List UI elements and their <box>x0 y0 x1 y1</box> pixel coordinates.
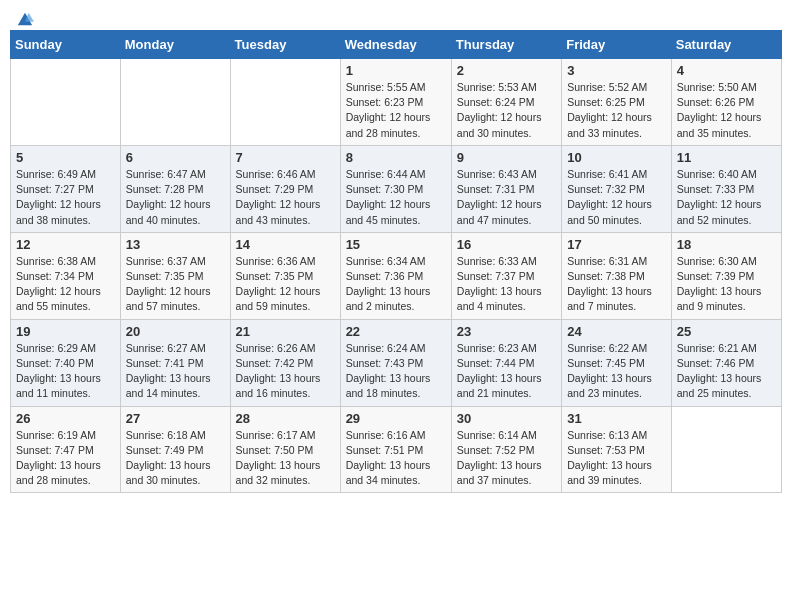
page-header <box>10 10 782 22</box>
calendar-cell: 7 Sunrise: 6:46 AM Sunset: 7:29 PM Dayli… <box>230 145 340 232</box>
daylight: Daylight: 12 hours and 43 minutes. <box>236 198 321 225</box>
day-info: Sunrise: 6:38 AM Sunset: 7:34 PM Dayligh… <box>16 254 115 315</box>
calendar-cell: 5 Sunrise: 6:49 AM Sunset: 7:27 PM Dayli… <box>11 145 121 232</box>
day-number: 5 <box>16 150 115 165</box>
day-info: Sunrise: 6:16 AM Sunset: 7:51 PM Dayligh… <box>346 428 446 489</box>
sunrise: Sunrise: 6:14 AM <box>457 429 537 441</box>
day-number: 23 <box>457 324 556 339</box>
day-number: 28 <box>236 411 335 426</box>
sunrise: Sunrise: 6:26 AM <box>236 342 316 354</box>
sunset: Sunset: 7:30 PM <box>346 183 424 195</box>
day-info: Sunrise: 6:21 AM Sunset: 7:46 PM Dayligh… <box>677 341 776 402</box>
calendar-cell: 8 Sunrise: 6:44 AM Sunset: 7:30 PM Dayli… <box>340 145 451 232</box>
sunset: Sunset: 6:23 PM <box>346 96 424 108</box>
day-info: Sunrise: 6:46 AM Sunset: 7:29 PM Dayligh… <box>236 167 335 228</box>
sunrise: Sunrise: 6:31 AM <box>567 255 647 267</box>
day-number: 25 <box>677 324 776 339</box>
calendar-cell: 17 Sunrise: 6:31 AM Sunset: 7:38 PM Dayl… <box>562 232 672 319</box>
sunrise: Sunrise: 6:29 AM <box>16 342 96 354</box>
day-info: Sunrise: 6:19 AM Sunset: 7:47 PM Dayligh… <box>16 428 115 489</box>
day-info: Sunrise: 6:47 AM Sunset: 7:28 PM Dayligh… <box>126 167 225 228</box>
day-number: 16 <box>457 237 556 252</box>
day-number: 11 <box>677 150 776 165</box>
sunrise: Sunrise: 5:50 AM <box>677 81 757 93</box>
sunrise: Sunrise: 6:16 AM <box>346 429 426 441</box>
day-number: 27 <box>126 411 225 426</box>
sunset: Sunset: 7:28 PM <box>126 183 204 195</box>
sunrise: Sunrise: 5:55 AM <box>346 81 426 93</box>
day-number: 18 <box>677 237 776 252</box>
daylight: Daylight: 13 hours and 34 minutes. <box>346 459 431 486</box>
calendar-week-row: 19 Sunrise: 6:29 AM Sunset: 7:40 PM Dayl… <box>11 319 782 406</box>
calendar-cell: 1 Sunrise: 5:55 AM Sunset: 6:23 PM Dayli… <box>340 59 451 146</box>
calendar-cell: 20 Sunrise: 6:27 AM Sunset: 7:41 PM Dayl… <box>120 319 230 406</box>
sunrise: Sunrise: 6:30 AM <box>677 255 757 267</box>
day-info: Sunrise: 6:29 AM Sunset: 7:40 PM Dayligh… <box>16 341 115 402</box>
sunset: Sunset: 7:34 PM <box>16 270 94 282</box>
day-info: Sunrise: 6:41 AM Sunset: 7:32 PM Dayligh… <box>567 167 666 228</box>
calendar-cell: 15 Sunrise: 6:34 AM Sunset: 7:36 PM Dayl… <box>340 232 451 319</box>
day-number: 17 <box>567 237 666 252</box>
daylight: Daylight: 13 hours and 21 minutes. <box>457 372 542 399</box>
day-info: Sunrise: 5:55 AM Sunset: 6:23 PM Dayligh… <box>346 80 446 141</box>
day-number: 4 <box>677 63 776 78</box>
daylight: Daylight: 12 hours and 59 minutes. <box>236 285 321 312</box>
day-number: 20 <box>126 324 225 339</box>
day-info: Sunrise: 5:52 AM Sunset: 6:25 PM Dayligh… <box>567 80 666 141</box>
sunrise: Sunrise: 6:46 AM <box>236 168 316 180</box>
day-info: Sunrise: 6:30 AM Sunset: 7:39 PM Dayligh… <box>677 254 776 315</box>
calendar-cell: 10 Sunrise: 6:41 AM Sunset: 7:32 PM Dayl… <box>562 145 672 232</box>
sunrise: Sunrise: 6:40 AM <box>677 168 757 180</box>
day-info: Sunrise: 6:13 AM Sunset: 7:53 PM Dayligh… <box>567 428 666 489</box>
daylight: Daylight: 12 hours and 52 minutes. <box>677 198 762 225</box>
sunrise: Sunrise: 6:33 AM <box>457 255 537 267</box>
sunset: Sunset: 7:40 PM <box>16 357 94 369</box>
day-number: 1 <box>346 63 446 78</box>
daylight: Daylight: 13 hours and 7 minutes. <box>567 285 652 312</box>
daylight: Daylight: 13 hours and 37 minutes. <box>457 459 542 486</box>
sunset: Sunset: 7:36 PM <box>346 270 424 282</box>
day-number: 29 <box>346 411 446 426</box>
calendar-cell: 30 Sunrise: 6:14 AM Sunset: 7:52 PM Dayl… <box>451 406 561 493</box>
day-number: 2 <box>457 63 556 78</box>
day-info: Sunrise: 6:33 AM Sunset: 7:37 PM Dayligh… <box>457 254 556 315</box>
day-info: Sunrise: 6:49 AM Sunset: 7:27 PM Dayligh… <box>16 167 115 228</box>
calendar-cell <box>11 59 121 146</box>
day-number: 13 <box>126 237 225 252</box>
logo <box>14 10 34 22</box>
day-info: Sunrise: 6:27 AM Sunset: 7:41 PM Dayligh… <box>126 341 225 402</box>
calendar-cell: 29 Sunrise: 6:16 AM Sunset: 7:51 PM Dayl… <box>340 406 451 493</box>
calendar-week-row: 26 Sunrise: 6:19 AM Sunset: 7:47 PM Dayl… <box>11 406 782 493</box>
day-number: 15 <box>346 237 446 252</box>
sunset: Sunset: 7:27 PM <box>16 183 94 195</box>
sunrise: Sunrise: 6:38 AM <box>16 255 96 267</box>
calendar-cell: 3 Sunrise: 5:52 AM Sunset: 6:25 PM Dayli… <box>562 59 672 146</box>
daylight: Daylight: 12 hours and 33 minutes. <box>567 111 652 138</box>
sunrise: Sunrise: 6:43 AM <box>457 168 537 180</box>
sunrise: Sunrise: 6:21 AM <box>677 342 757 354</box>
daylight: Daylight: 12 hours and 50 minutes. <box>567 198 652 225</box>
sunset: Sunset: 6:26 PM <box>677 96 755 108</box>
calendar-cell: 26 Sunrise: 6:19 AM Sunset: 7:47 PM Dayl… <box>11 406 121 493</box>
day-number: 30 <box>457 411 556 426</box>
sunset: Sunset: 7:37 PM <box>457 270 535 282</box>
daylight: Daylight: 13 hours and 2 minutes. <box>346 285 431 312</box>
sunrise: Sunrise: 6:18 AM <box>126 429 206 441</box>
sunset: Sunset: 7:35 PM <box>126 270 204 282</box>
sunset: Sunset: 7:53 PM <box>567 444 645 456</box>
daylight: Daylight: 12 hours and 28 minutes. <box>346 111 431 138</box>
day-info: Sunrise: 6:18 AM Sunset: 7:49 PM Dayligh… <box>126 428 225 489</box>
sunset: Sunset: 7:42 PM <box>236 357 314 369</box>
sunset: Sunset: 7:41 PM <box>126 357 204 369</box>
weekday-header: Friday <box>562 31 672 59</box>
calendar-cell: 28 Sunrise: 6:17 AM Sunset: 7:50 PM Dayl… <box>230 406 340 493</box>
daylight: Daylight: 13 hours and 4 minutes. <box>457 285 542 312</box>
sunrise: Sunrise: 6:37 AM <box>126 255 206 267</box>
day-number: 14 <box>236 237 335 252</box>
sunset: Sunset: 7:45 PM <box>567 357 645 369</box>
calendar-cell: 11 Sunrise: 6:40 AM Sunset: 7:33 PM Dayl… <box>671 145 781 232</box>
daylight: Daylight: 13 hours and 23 minutes. <box>567 372 652 399</box>
calendar-cell: 23 Sunrise: 6:23 AM Sunset: 7:44 PM Dayl… <box>451 319 561 406</box>
sunrise: Sunrise: 6:47 AM <box>126 168 206 180</box>
day-info: Sunrise: 6:31 AM Sunset: 7:38 PM Dayligh… <box>567 254 666 315</box>
